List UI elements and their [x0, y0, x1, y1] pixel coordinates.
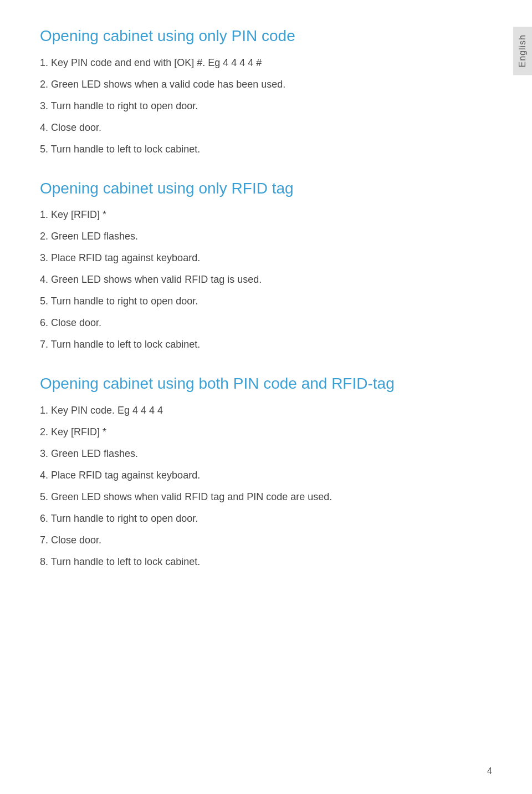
list-item: 3. Place RFID tag against keyboard.: [40, 251, 492, 266]
section-pin-only: Opening cabinet using only PIN code 1. K…: [40, 27, 492, 157]
steps-pin-only: 1. Key PIN code and end with [OK] #. Eg …: [40, 55, 492, 157]
page-number: 4: [487, 766, 492, 776]
list-item: 4. Green LED shows when valid RFID tag i…: [40, 272, 492, 287]
section-rfid-only: Opening cabinet using only RFID tag 1. K…: [40, 179, 492, 353]
list-item: 2. Key [RFID] *: [40, 425, 492, 440]
list-item: 6. Close door.: [40, 315, 492, 330]
list-item: 7. Close door.: [40, 533, 492, 548]
list-item: 5. Turn handle to left to lock cabinet.: [40, 142, 492, 157]
section-pin-and-rfid: Opening cabinet using both PIN code and …: [40, 374, 492, 569]
list-item: 6. Turn handle to right to open door.: [40, 511, 492, 526]
list-item: 4. Close door.: [40, 120, 492, 135]
list-item: 1. Key PIN code and end with [OK] #. Eg …: [40, 55, 492, 70]
list-item: 7. Turn handle to left to lock cabinet.: [40, 337, 492, 352]
list-item: 2. Green LED shows when a valid code has…: [40, 77, 492, 92]
page-container: English Opening cabinet using only PIN c…: [0, 0, 532, 794]
list-item: 3. Green LED flashes.: [40, 446, 492, 461]
list-item: 5. Turn handle to right to open door.: [40, 294, 492, 309]
section-title-pin-only: Opening cabinet using only PIN code: [40, 27, 492, 45]
list-item: 5. Green LED shows when valid RFID tag a…: [40, 490, 492, 505]
list-item: 8. Turn handle to left to lock cabinet.: [40, 554, 492, 569]
steps-rfid-only: 1. Key [RFID] * 2. Green LED flashes. 3.…: [40, 207, 492, 352]
section-title-rfid-only: Opening cabinet using only RFID tag: [40, 179, 492, 198]
steps-pin-and-rfid: 1. Key PIN code. Eg 4 4 4 4 2. Key [RFID…: [40, 403, 492, 569]
list-item: 1. Key [RFID] *: [40, 207, 492, 222]
list-item: 1. Key PIN code. Eg 4 4 4 4: [40, 403, 492, 418]
list-item: 4. Place RFID tag against keyboard.: [40, 468, 492, 483]
list-item: 3. Turn handle to right to open door.: [40, 99, 492, 114]
sidebar-language-label: English: [513, 27, 532, 75]
section-title-pin-and-rfid: Opening cabinet using both PIN code and …: [40, 374, 492, 393]
list-item: 2. Green LED flashes.: [40, 229, 492, 244]
